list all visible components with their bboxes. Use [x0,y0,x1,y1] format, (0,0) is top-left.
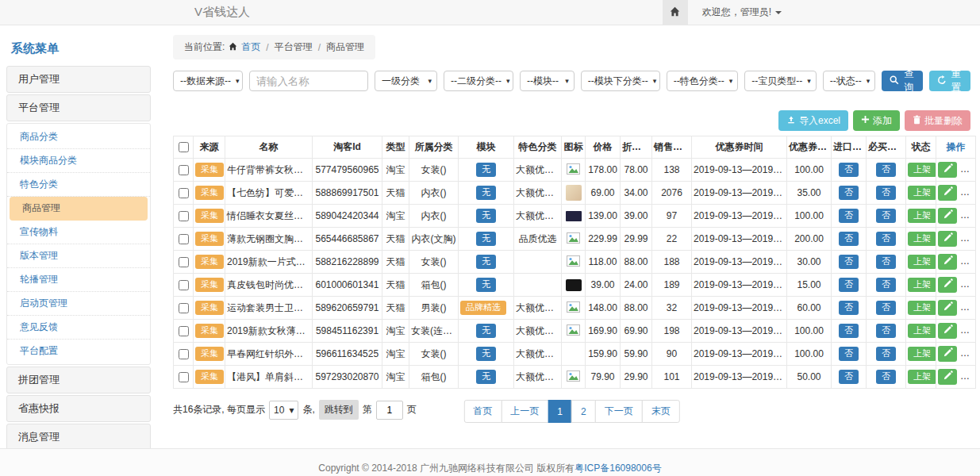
page-button-4[interactable]: 下一页 [595,400,643,423]
operations-cell [936,182,976,205]
page-button-5[interactable]: 末页 [642,400,680,423]
edit-button[interactable] [938,254,957,270]
sidebar-item-9[interactable]: 启动页管理 [7,292,150,316]
sidebar-item-8[interactable]: 轮播管理 [7,268,150,292]
row-checkbox[interactable] [179,303,189,313]
filter-status-select[interactable]: --状态--▾ [823,71,876,91]
must-buy-toggle[interactable]: 否 [876,324,896,337]
filter-category-l2-select[interactable]: --二级分类--▾ [444,71,513,91]
import-select-toggle[interactable]: 否 [839,324,859,337]
table-row: 采集2019新款一片式系...588216228899天猫女装()无118.00… [174,251,976,274]
row-checkbox[interactable] [179,165,189,175]
filter-source-select[interactable]: --数据来源--▾ [173,71,243,91]
edit-button[interactable] [938,277,957,293]
row-checkbox[interactable] [179,234,189,244]
must-buy-toggle[interactable]: 否 [876,370,896,383]
filter-name-input[interactable] [249,71,368,91]
row-checkbox[interactable] [179,211,189,221]
status-badge[interactable]: 上架 [908,347,936,360]
icp-link[interactable]: 粤ICP备16098006号 [575,463,661,474]
import-excel-button[interactable]: 导入excel [778,110,848,131]
product-category: 内衣(文胸) [409,228,459,251]
page-button-2[interactable]: 1 [548,400,572,423]
must-buy-toggle[interactable]: 否 [876,255,896,268]
page-button-3[interactable]: 2 [571,400,596,423]
home-button[interactable] [663,0,688,25]
import-select-toggle[interactable]: 否 [839,278,859,291]
status-badge[interactable]: 上架 [908,278,936,291]
icon-cell [562,297,586,320]
import-select-toggle[interactable]: 否 [839,370,859,383]
sidebar-item-7[interactable]: 版本管理 [7,244,150,268]
status-badge[interactable]: 上架 [908,209,936,222]
sidebar-item-4[interactable]: 特色分类 [7,173,150,197]
must-buy-toggle[interactable]: 否 [876,163,896,176]
must-buy-toggle[interactable]: 否 [876,301,896,314]
edit-button[interactable] [938,346,957,362]
status-badge[interactable]: 上架 [908,186,936,199]
import-select-toggle[interactable]: 否 [839,186,859,199]
row-checkbox[interactable] [179,257,189,267]
sidebar-item-5[interactable]: 商品管理 [10,197,148,221]
breadcrumb-home-link[interactable]: 首页 [241,40,260,54]
add-button[interactable]: 添加 [853,110,900,131]
import-select-toggle[interactable]: 否 [839,301,859,314]
must-buy-toggle[interactable]: 否 [876,232,896,245]
import-select-toggle[interactable]: 否 [839,347,859,360]
must-buy-toggle[interactable]: 否 [876,347,896,360]
query-button[interactable]: 查询 [882,71,923,91]
import-select-toggle[interactable]: 否 [839,255,859,268]
page-button-0[interactable]: 首页 [463,400,502,423]
sidebar-item-10[interactable]: 意见反馈 [7,316,150,340]
must-buy-toggle[interactable]: 否 [876,278,896,291]
sidebar-item-3[interactable]: 模块商品分类 [7,149,150,173]
edit-button[interactable] [938,208,957,224]
jump-page-input[interactable] [376,401,403,420]
filter-category-l1-select[interactable]: 一级分类▾ [375,71,437,91]
welcome-text: 欢迎您，管理员! [702,6,771,19]
sidebar-item-11[interactable]: 平台配置 [7,340,150,363]
status-badge[interactable]: 上架 [908,324,936,337]
edit-button[interactable] [938,300,957,316]
jump-button[interactable]: 跳转到 [319,400,359,420]
filter-module-select[interactable]: --模块--▾ [520,71,575,91]
import-select-toggle[interactable]: 否 [839,209,859,222]
batch-delete-button[interactable]: 批量删除 [905,110,970,131]
edit-button[interactable] [938,185,957,201]
coupon-amount: 15.00 [787,274,832,297]
must-buy-toggle[interactable]: 否 [876,186,896,199]
sidebar-section-12[interactable]: 拼团管理 [6,367,151,393]
edit-button[interactable] [938,369,957,385]
reset-button[interactable]: 重置 [929,71,970,91]
row-checkbox[interactable] [179,188,189,198]
edit-button[interactable] [938,323,957,339]
select-all-checkbox[interactable] [179,142,189,152]
row-checkbox[interactable] [179,280,189,290]
row-checkbox[interactable] [179,349,189,359]
status-badge[interactable]: 上架 [908,301,936,314]
status-badge[interactable]: 上架 [908,255,936,268]
sidebar-section-1[interactable]: 平台管理 [6,94,151,121]
filter-feature-select[interactable]: --特色分类--▾ [667,71,739,91]
sidebar-item-2[interactable]: 商品分类 [7,125,150,149]
filter-item-type-select[interactable]: --宝贝类型--▾ [744,71,817,91]
edit-icon [943,186,953,199]
must-buy-toggle[interactable]: 否 [876,209,896,222]
status-badge[interactable]: 上架 [908,163,936,176]
filter-module-sub-select[interactable]: --模块下分类--▾ [581,71,660,91]
import-select-toggle[interactable]: 否 [839,232,859,245]
sidebar-section-13[interactable]: 省惠快报 [6,395,151,422]
edit-button[interactable] [938,231,957,247]
status-badge[interactable]: 上架 [908,232,936,245]
sidebar-item-6[interactable]: 宣传物料 [7,221,150,244]
row-checkbox[interactable] [179,372,189,382]
status-badge[interactable]: 上架 [908,370,936,383]
edit-button[interactable] [938,162,957,178]
sidebar-section-0[interactable]: 用户管理 [6,66,151,93]
per-page-select[interactable]: 10 ▾ [269,401,298,420]
row-checkbox[interactable] [179,326,189,336]
page-button-1[interactable]: 上一页 [501,400,548,423]
import-select-toggle[interactable]: 否 [839,163,859,176]
sidebar-section-14[interactable]: 消息管理 [6,424,151,451]
user-menu[interactable]: 欢迎您，管理员! [702,6,782,19]
